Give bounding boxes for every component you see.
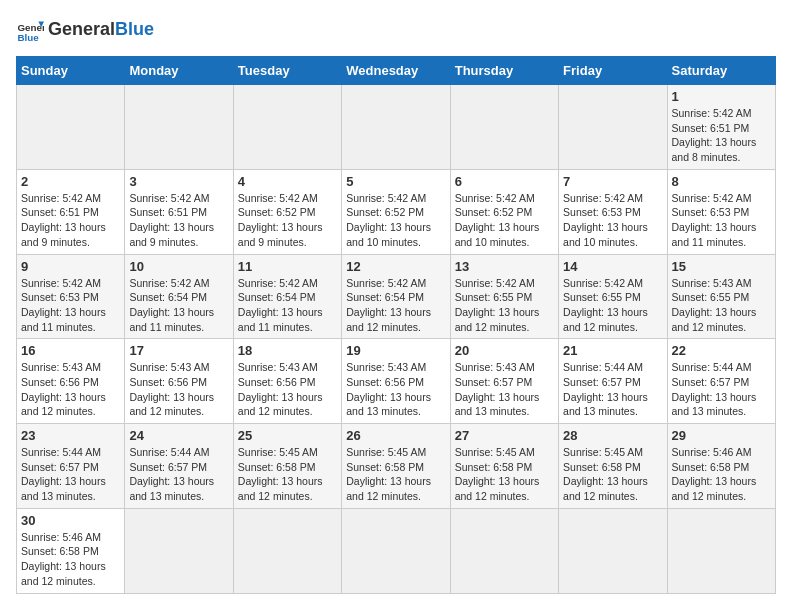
day-cell: 11Sunrise: 5:42 AM Sunset: 6:54 PM Dayli… [233,254,341,339]
week-row-3: 9Sunrise: 5:42 AM Sunset: 6:53 PM Daylig… [17,254,776,339]
day-info: Sunrise: 5:42 AM Sunset: 6:52 PM Dayligh… [346,191,445,250]
day-number: 14 [563,259,662,274]
day-number: 8 [672,174,771,189]
day-number: 12 [346,259,445,274]
day-cell [450,508,558,593]
day-number: 27 [455,428,554,443]
week-row-4: 16Sunrise: 5:43 AM Sunset: 6:56 PM Dayli… [17,339,776,424]
day-info: Sunrise: 5:42 AM Sunset: 6:52 PM Dayligh… [455,191,554,250]
day-cell [559,85,667,170]
day-info: Sunrise: 5:42 AM Sunset: 6:51 PM Dayligh… [129,191,228,250]
day-number: 16 [21,343,120,358]
day-info: Sunrise: 5:42 AM Sunset: 6:52 PM Dayligh… [238,191,337,250]
day-cell: 14Sunrise: 5:42 AM Sunset: 6:55 PM Dayli… [559,254,667,339]
day-header-friday: Friday [559,57,667,85]
day-info: Sunrise: 5:45 AM Sunset: 6:58 PM Dayligh… [238,445,337,504]
day-info: Sunrise: 5:43 AM Sunset: 6:57 PM Dayligh… [455,360,554,419]
day-number: 22 [672,343,771,358]
day-info: Sunrise: 5:42 AM Sunset: 6:53 PM Dayligh… [672,191,771,250]
day-cell: 9Sunrise: 5:42 AM Sunset: 6:53 PM Daylig… [17,254,125,339]
day-header-thursday: Thursday [450,57,558,85]
logo: General Blue GeneralBlue [16,16,154,44]
day-number: 5 [346,174,445,189]
day-number: 1 [672,89,771,104]
day-info: Sunrise: 5:44 AM Sunset: 6:57 PM Dayligh… [21,445,120,504]
week-row-6: 30Sunrise: 5:46 AM Sunset: 6:58 PM Dayli… [17,508,776,593]
day-cell: 1Sunrise: 5:42 AM Sunset: 6:51 PM Daylig… [667,85,775,170]
day-cell: 20Sunrise: 5:43 AM Sunset: 6:57 PM Dayli… [450,339,558,424]
day-cell [450,85,558,170]
day-number: 19 [346,343,445,358]
day-cell [125,508,233,593]
day-number: 23 [21,428,120,443]
day-header-monday: Monday [125,57,233,85]
day-number: 18 [238,343,337,358]
day-number: 13 [455,259,554,274]
day-cell: 26Sunrise: 5:45 AM Sunset: 6:58 PM Dayli… [342,424,450,509]
day-number: 3 [129,174,228,189]
day-info: Sunrise: 5:42 AM Sunset: 6:53 PM Dayligh… [21,276,120,335]
calendar-body: 1Sunrise: 5:42 AM Sunset: 6:51 PM Daylig… [17,85,776,594]
calendar-header: SundayMondayTuesdayWednesdayThursdayFrid… [17,57,776,85]
week-row-2: 2Sunrise: 5:42 AM Sunset: 6:51 PM Daylig… [17,169,776,254]
day-header-sunday: Sunday [17,57,125,85]
day-cell [667,508,775,593]
day-cell [125,85,233,170]
day-number: 2 [21,174,120,189]
day-info: Sunrise: 5:42 AM Sunset: 6:51 PM Dayligh… [672,106,771,165]
day-info: Sunrise: 5:45 AM Sunset: 6:58 PM Dayligh… [455,445,554,504]
calendar-table: SundayMondayTuesdayWednesdayThursdayFrid… [16,56,776,594]
day-cell: 27Sunrise: 5:45 AM Sunset: 6:58 PM Dayli… [450,424,558,509]
day-cell [342,508,450,593]
day-info: Sunrise: 5:45 AM Sunset: 6:58 PM Dayligh… [563,445,662,504]
day-info: Sunrise: 5:44 AM Sunset: 6:57 PM Dayligh… [563,360,662,419]
day-info: Sunrise: 5:43 AM Sunset: 6:56 PM Dayligh… [238,360,337,419]
day-number: 26 [346,428,445,443]
week-row-5: 23Sunrise: 5:44 AM Sunset: 6:57 PM Dayli… [17,424,776,509]
day-number: 15 [672,259,771,274]
day-number: 4 [238,174,337,189]
day-cell [17,85,125,170]
day-cell: 4Sunrise: 5:42 AM Sunset: 6:52 PM Daylig… [233,169,341,254]
day-header-tuesday: Tuesday [233,57,341,85]
day-number: 10 [129,259,228,274]
week-row-1: 1Sunrise: 5:42 AM Sunset: 6:51 PM Daylig… [17,85,776,170]
day-cell: 6Sunrise: 5:42 AM Sunset: 6:52 PM Daylig… [450,169,558,254]
day-cell: 28Sunrise: 5:45 AM Sunset: 6:58 PM Dayli… [559,424,667,509]
day-info: Sunrise: 5:42 AM Sunset: 6:55 PM Dayligh… [455,276,554,335]
day-info: Sunrise: 5:42 AM Sunset: 6:51 PM Dayligh… [21,191,120,250]
day-number: 24 [129,428,228,443]
day-info: Sunrise: 5:43 AM Sunset: 6:56 PM Dayligh… [129,360,228,419]
day-number: 28 [563,428,662,443]
logo-text: GeneralBlue [48,20,154,40]
day-cell [342,85,450,170]
day-cell: 3Sunrise: 5:42 AM Sunset: 6:51 PM Daylig… [125,169,233,254]
day-cell: 12Sunrise: 5:42 AM Sunset: 6:54 PM Dayli… [342,254,450,339]
day-info: Sunrise: 5:42 AM Sunset: 6:53 PM Dayligh… [563,191,662,250]
day-cell: 17Sunrise: 5:43 AM Sunset: 6:56 PM Dayli… [125,339,233,424]
day-cell: 2Sunrise: 5:42 AM Sunset: 6:51 PM Daylig… [17,169,125,254]
svg-text:Blue: Blue [17,32,39,43]
day-number: 21 [563,343,662,358]
day-cell: 10Sunrise: 5:42 AM Sunset: 6:54 PM Dayli… [125,254,233,339]
day-info: Sunrise: 5:46 AM Sunset: 6:58 PM Dayligh… [672,445,771,504]
day-cell: 19Sunrise: 5:43 AM Sunset: 6:56 PM Dayli… [342,339,450,424]
day-number: 30 [21,513,120,528]
day-cell: 23Sunrise: 5:44 AM Sunset: 6:57 PM Dayli… [17,424,125,509]
day-cell: 8Sunrise: 5:42 AM Sunset: 6:53 PM Daylig… [667,169,775,254]
day-cell: 29Sunrise: 5:46 AM Sunset: 6:58 PM Dayli… [667,424,775,509]
day-cell: 24Sunrise: 5:44 AM Sunset: 6:57 PM Dayli… [125,424,233,509]
day-info: Sunrise: 5:42 AM Sunset: 6:54 PM Dayligh… [129,276,228,335]
day-number: 9 [21,259,120,274]
day-header-wednesday: Wednesday [342,57,450,85]
day-info: Sunrise: 5:44 AM Sunset: 6:57 PM Dayligh… [129,445,228,504]
day-cell: 7Sunrise: 5:42 AM Sunset: 6:53 PM Daylig… [559,169,667,254]
day-cell: 30Sunrise: 5:46 AM Sunset: 6:58 PM Dayli… [17,508,125,593]
day-number: 17 [129,343,228,358]
day-cell [233,85,341,170]
day-number: 29 [672,428,771,443]
day-number: 7 [563,174,662,189]
day-info: Sunrise: 5:43 AM Sunset: 6:56 PM Dayligh… [21,360,120,419]
day-number: 6 [455,174,554,189]
day-cell: 21Sunrise: 5:44 AM Sunset: 6:57 PM Dayli… [559,339,667,424]
